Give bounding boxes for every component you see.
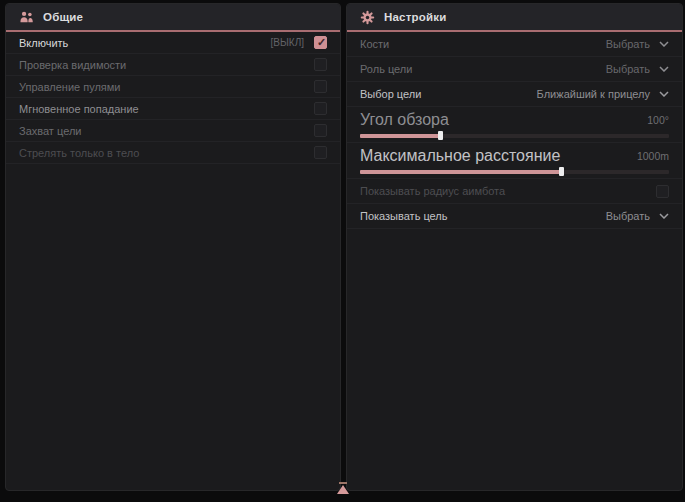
row-instant-hit-checkbox[interactable] — [314, 102, 327, 115]
max-distance-label: Максимальное расстояние — [360, 147, 560, 165]
panel-settings: Настройки Кости Выбрать Роль цели Выбрат… — [346, 3, 683, 491]
panel-general-header: Общие — [6, 4, 340, 30]
row-instant-hit-label: Мгновенное попадание — [19, 103, 139, 115]
row-target-lock-label: Захват цели — [19, 125, 81, 137]
max-distance-slider[interactable] — [360, 167, 669, 176]
fov-value: 100° — [647, 114, 669, 126]
chevron-down-icon — [659, 91, 669, 97]
row-target-lock-checkbox[interactable] — [314, 124, 327, 137]
target-role-dropdown[interactable]: Выбрать — [606, 63, 669, 75]
row-target-selection[interactable]: Выбор цели Ближайший к прицелу — [347, 82, 682, 107]
max-distance-slider-fill — [360, 170, 561, 174]
row-bullet-control[interactable]: Управление пулями — [6, 76, 340, 98]
bones-dropdown[interactable]: Выбрать — [606, 38, 669, 50]
panel-settings-title: Настройки — [384, 11, 446, 23]
row-visibility-check-checkbox[interactable] — [314, 58, 327, 71]
max-distance-value: 1000m — [637, 150, 669, 162]
row-show-aimbot-radius-checkbox[interactable] — [656, 185, 669, 198]
chevron-down-icon — [659, 41, 669, 47]
row-visibility-check[interactable]: Проверка видимости — [6, 54, 340, 76]
row-enable[interactable]: Включить [ВЫКЛ] — [6, 32, 340, 54]
row-target-selection-label: Выбор цели — [360, 88, 421, 100]
panel-general: Общие Включить [ВЫКЛ] Проверка видимости… — [5, 3, 341, 491]
show-target-dropdown[interactable]: Выбрать — [606, 210, 669, 222]
cursor-up-icon — [337, 485, 349, 494]
target-selection-dropdown[interactable]: Ближайший к прицелу — [537, 88, 669, 100]
row-max-distance: Максимальное расстояние 1000m — [347, 143, 682, 179]
target-role-dropdown-value: Выбрать — [606, 63, 650, 75]
row-enable-label: Включить — [19, 37, 68, 49]
row-fov: Угол обзора 100° — [347, 107, 682, 143]
row-show-target[interactable]: Показывать цель Выбрать — [347, 204, 682, 229]
gear-icon — [360, 10, 375, 25]
bones-dropdown-value: Выбрать — [606, 38, 650, 50]
row-target-role[interactable]: Роль цели Выбрать — [347, 57, 682, 82]
row-instant-hit[interactable]: Мгновенное попадание — [6, 98, 340, 120]
chevron-down-icon — [659, 213, 669, 219]
users-icon — [19, 10, 34, 25]
chevron-down-icon — [659, 66, 669, 72]
row-target-lock[interactable]: Захват цели — [6, 120, 340, 142]
show-target-dropdown-value: Выбрать — [606, 210, 650, 222]
max-distance-slider-handle[interactable] — [559, 167, 564, 176]
row-bullet-control-label: Управление пулями — [19, 81, 121, 93]
row-body-only-checkbox[interactable] — [314, 146, 327, 159]
row-body-only-label: Стрелять только в тело — [19, 147, 139, 159]
panel-settings-header: Настройки — [347, 4, 682, 30]
row-show-aimbot-radius-label: Показывать радиус аимбота — [360, 185, 505, 197]
row-bones-label: Кости — [360, 38, 389, 50]
row-target-role-label: Роль цели — [360, 63, 412, 75]
fov-slider[interactable] — [360, 131, 669, 140]
target-selection-dropdown-value: Ближайший к прицелу — [537, 88, 650, 100]
row-show-target-label: Показывать цель — [360, 210, 448, 222]
row-bones[interactable]: Кости Выбрать — [347, 32, 682, 57]
fov-label: Угол обзора — [360, 111, 449, 129]
fov-slider-fill — [360, 134, 440, 138]
row-visibility-check-label: Проверка видимости — [19, 59, 126, 71]
row-body-only[interactable]: Стрелять только в тело — [6, 142, 340, 164]
row-show-aimbot-radius[interactable]: Показывать радиус аимбота — [347, 179, 682, 204]
row-enable-keybind: [ВЫКЛ] — [271, 37, 304, 48]
row-enable-checkbox[interactable] — [314, 36, 327, 49]
panel-general-title: Общие — [43, 11, 83, 23]
fov-slider-handle[interactable] — [438, 131, 443, 140]
row-bullet-control-checkbox[interactable] — [314, 80, 327, 93]
